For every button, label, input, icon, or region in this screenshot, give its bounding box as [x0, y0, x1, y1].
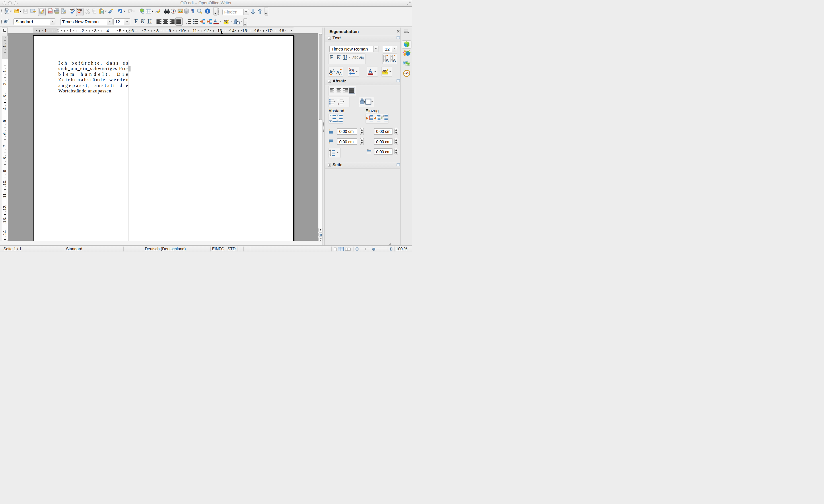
- svg-text:I: I: [329, 142, 330, 144]
- svg-text:A: A: [339, 72, 342, 76]
- svg-text:II: II: [338, 103, 339, 105]
- svg-text:A: A: [369, 69, 372, 74]
- svg-text:A: A: [393, 58, 396, 62]
- svg-text:A: A: [214, 19, 217, 23]
- svg-text:I: I: [338, 99, 338, 101]
- svg-text:I: I: [186, 19, 186, 21]
- svg-text:?: ?: [207, 9, 209, 13]
- svg-text:¶: ¶: [191, 8, 194, 14]
- svg-text:A: A: [332, 69, 335, 73]
- svg-text:I: I: [329, 128, 330, 131]
- svg-text:ABC: ABC: [77, 9, 82, 11]
- svg-text:PDF: PDF: [48, 11, 52, 13]
- svg-text:A: A: [349, 68, 352, 72]
- svg-text:A: A: [362, 56, 365, 60]
- svg-text:A: A: [386, 58, 389, 62]
- svg-text:II: II: [186, 22, 187, 24]
